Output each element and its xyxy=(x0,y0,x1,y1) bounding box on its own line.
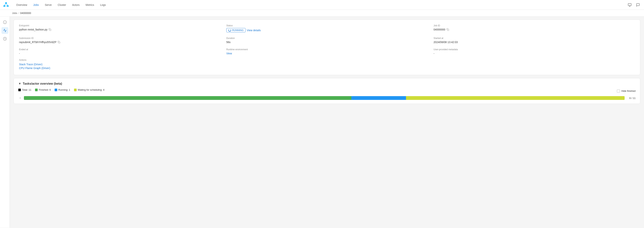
ended-at-group: Ended at - xyxy=(19,48,220,55)
sidebar-schedule[interactable] xyxy=(2,35,8,42)
breadcrumb-current: 04000000 xyxy=(20,12,31,14)
cpu-flame-graph-link[interactable]: CPU Flame Graph (Driver) xyxy=(19,67,635,70)
status-value: RUNNING View details xyxy=(226,28,428,32)
legend-dot-running xyxy=(54,89,57,91)
nav-metrics[interactable]: Metrics xyxy=(83,2,97,7)
status-label: Status xyxy=(226,24,428,27)
job-id-value: 04000000 xyxy=(434,28,635,31)
info-grid: Entrypoint python mnist_fashion.py Sta xyxy=(19,24,635,55)
view-details-link[interactable]: View details xyxy=(247,29,260,32)
svg-rect-13 xyxy=(50,29,51,31)
runtime-env-value: View xyxy=(226,52,428,55)
svg-rect-14 xyxy=(448,29,449,31)
tasks-legend-row: Total: 11 Finished: 6 Running: 1 Waiting… xyxy=(18,88,636,93)
nav-serve[interactable]: Serve xyxy=(42,2,54,7)
stack-trace-link[interactable]: Stack Trace (Driver) xyxy=(19,63,635,66)
status-text: RUNNING xyxy=(232,29,244,32)
entrypoint-label: Entrypoint xyxy=(19,24,220,27)
breadcrumb: Jobs / 04000000 xyxy=(0,10,644,16)
nav-actors[interactable]: Actors xyxy=(70,2,82,7)
submission-id-value: raysubmit_RTbhYHfhyu55VdZP xyxy=(19,41,220,44)
status-group: Status RUNNING View details xyxy=(226,24,428,32)
copy-entrypoint-icon[interactable] xyxy=(48,28,51,31)
tasks-header[interactable]: ▼ Tasks/actor overview (beta) xyxy=(18,82,636,85)
ended-at-label: Ended at xyxy=(19,48,220,51)
submission-id-group: Submission ID raysubmit_RTbhYHfhyu55VdZP xyxy=(19,37,220,44)
status-badge: RUNNING xyxy=(226,28,246,32)
hide-finished-checkbox[interactable] xyxy=(617,90,620,93)
sidebar-chart[interactable] xyxy=(2,27,8,34)
legend: Total: 11 Finished: 6 Running: 1 Waiting… xyxy=(18,88,104,91)
nav-cluster[interactable]: Cluster xyxy=(55,2,69,7)
legend-label-total: Total: 11 xyxy=(22,88,31,91)
user-metadata-value: - xyxy=(434,52,635,55)
started-at-group: Started at 2024/06/08 13:42:03 xyxy=(434,37,635,44)
legend-dot-total xyxy=(18,89,21,91)
svg-rect-6 xyxy=(628,3,632,6)
legend-label-waiting: Waiting for scheduling: 4 xyxy=(78,88,104,91)
main-layout: Entrypoint python mnist_fashion.py Sta xyxy=(0,16,644,228)
progress-row: 6 / 11 xyxy=(18,96,636,100)
svg-rect-15 xyxy=(58,42,60,43)
started-at-value: 2024/06/08 13:42:03 xyxy=(434,41,635,44)
started-at-label: Started at xyxy=(434,37,635,39)
nav-links: Overview Jobs Serve Cluster Actors Metri… xyxy=(14,2,627,7)
svg-line-4 xyxy=(6,3,8,6)
sidebar xyxy=(0,16,10,228)
legend-finished: Finished: 6 xyxy=(35,88,51,91)
nav-jobs[interactable]: Jobs xyxy=(30,2,42,7)
submission-id-label: Submission ID xyxy=(19,37,220,39)
runtime-env-label: Runtime environment xyxy=(226,48,428,51)
progress-count: 6 / 11 xyxy=(626,97,636,99)
status-spinner-icon xyxy=(228,29,231,32)
actions-section: Actions Stack Trace (Driver) CPU Flame G… xyxy=(19,59,635,70)
progress-segment-yellow xyxy=(406,96,624,100)
nav-overview[interactable]: Overview xyxy=(14,2,30,7)
legend-waiting: Waiting for scheduling: 4 xyxy=(74,88,104,91)
breadcrumb-separator: / xyxy=(18,12,19,14)
copy-submission-id-icon[interactable] xyxy=(58,41,60,43)
nav-logs[interactable]: Logs xyxy=(98,2,108,7)
user-metadata-label: User-provided metadata xyxy=(434,48,635,51)
breadcrumb-parent-link[interactable]: Jobs xyxy=(12,12,17,14)
duration-group: Duration 56s xyxy=(226,37,428,44)
duration-label: Duration xyxy=(226,37,428,39)
content-area: Entrypoint python mnist_fashion.py Sta xyxy=(10,16,644,228)
nav-right-icons xyxy=(627,2,641,8)
legend-running: Running: 1 xyxy=(54,88,70,91)
job-info-card: Entrypoint python mnist_fashion.py Sta xyxy=(14,19,640,75)
message-icon[interactable] xyxy=(635,2,641,8)
tasks-collapse-chevron-icon: ▼ xyxy=(18,82,21,85)
copy-job-id-icon[interactable] xyxy=(446,28,449,31)
runtime-env-link[interactable]: View xyxy=(226,52,232,55)
legend-label-finished: Finished: 6 xyxy=(39,88,51,91)
hide-finished-area[interactable]: Hide finished xyxy=(617,90,636,93)
app-logo[interactable] xyxy=(3,1,9,8)
job-id-group: Job ID 04000000 xyxy=(434,24,635,32)
actions-label: Actions xyxy=(19,59,635,61)
entrypoint-group: Entrypoint python mnist_fashion.py xyxy=(19,24,220,32)
tasks-title: Tasks/actor overview (beta) xyxy=(23,82,62,85)
progress-expand-icon[interactable] xyxy=(18,96,22,100)
progress-bar xyxy=(24,96,624,100)
runtime-env-group: Runtime environment View xyxy=(226,48,428,55)
legend-label-running: Running: 1 xyxy=(58,88,70,91)
hide-finished-label: Hide finished xyxy=(622,90,636,92)
sidebar-info[interactable] xyxy=(2,19,8,25)
legend-dot-finished xyxy=(35,89,38,91)
job-id-label: Job ID xyxy=(434,24,635,27)
legend-dot-waiting xyxy=(74,89,77,91)
svg-line-3 xyxy=(4,3,6,6)
user-metadata-group: User-provided metadata - xyxy=(434,48,635,55)
progress-segment-green xyxy=(24,96,352,100)
entrypoint-value: python mnist_fashion.py xyxy=(19,28,220,31)
top-nav: Overview Jobs Serve Cluster Actors Metri… xyxy=(0,0,644,10)
tasks-section: ▼ Tasks/actor overview (beta) Total: 11 … xyxy=(14,78,640,104)
duration-value: 56s xyxy=(226,41,428,44)
legend-total: Total: 11 xyxy=(18,88,31,91)
monitor-icon[interactable] xyxy=(627,2,633,8)
progress-segment-blue xyxy=(352,96,406,100)
ended-at-value: - xyxy=(19,52,220,55)
